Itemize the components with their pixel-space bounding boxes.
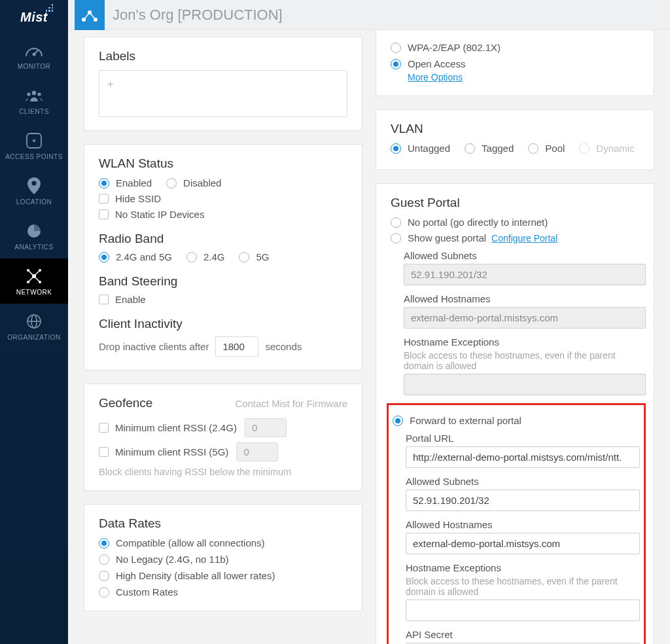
allowed-subnets-input-2[interactable] xyxy=(406,490,640,511)
nav-aps-label: ACCESS POINTS xyxy=(5,153,63,160)
nav-clients[interactable]: CLIENTS xyxy=(0,78,68,123)
nav-analytics[interactable]: ANALYTICS xyxy=(0,213,68,259)
nav-monitor-label: MONITOR xyxy=(18,63,51,70)
radio-band-24g[interactable]: 2.4G xyxy=(186,251,225,262)
radio-band-both[interactable]: 2.4G and 5G xyxy=(99,251,172,262)
nav-access-points[interactable]: ACCESS POINTS xyxy=(0,123,68,168)
allowed-hostnames-input-1 xyxy=(404,307,646,329)
panel-wlan: WLAN Status Enabled Disabled Hide SSID N… xyxy=(84,144,362,370)
client-inactivity-input[interactable] xyxy=(215,336,258,357)
allowed-hostnames-label-2: Allowed Hostnames xyxy=(406,519,640,530)
wlan-status-title: WLAN Status xyxy=(99,156,347,171)
portal-url-input[interactable] xyxy=(406,446,640,468)
nav-location-label: LOCATION xyxy=(16,198,52,206)
security-more-link[interactable]: More Options xyxy=(408,72,463,82)
gauge-icon xyxy=(24,42,44,59)
wlan-enabled-radio[interactable]: Enabled xyxy=(99,177,152,188)
allowed-subnets-input-1 xyxy=(404,264,646,285)
panel-vlan: VLAN Untagged Tagged Pool Dynamic xyxy=(376,109,654,170)
hostname-exceptions-hint-1: Block access to these hostnames, even if… xyxy=(404,350,646,371)
svg-line-23 xyxy=(84,12,90,20)
nav-monitor[interactable]: MONITOR xyxy=(0,33,68,78)
svg-point-6 xyxy=(33,139,35,142)
globe-icon xyxy=(24,313,44,330)
data-rates-custom[interactable]: Custom Rates xyxy=(99,586,347,598)
band-steering-title: Band Steering xyxy=(99,274,347,289)
hostname-exceptions-input-1 xyxy=(404,374,646,395)
guest-no-portal-radio[interactable]: No portal (go directly to internet) xyxy=(391,217,646,228)
band-steering-enable-checkbox[interactable]: Enable xyxy=(99,294,347,305)
org-icon[interactable] xyxy=(75,0,105,30)
vlan-title: VLAN xyxy=(391,122,639,136)
access-point-icon xyxy=(24,132,44,149)
rssi-24g-input xyxy=(245,418,287,437)
wlan-disabled-radio[interactable]: Disabled xyxy=(166,177,221,188)
brand-logo: Mist xyxy=(20,10,48,24)
hide-ssid-checkbox[interactable]: Hide SSID xyxy=(99,193,347,204)
vlan-untagged-radio[interactable]: Untagged xyxy=(391,143,450,154)
hostname-exceptions-hint-2: Block access to these hostnames, even if… xyxy=(406,576,640,597)
panel-data-rates: Data Rates Compatible (allow all connect… xyxy=(84,504,362,611)
pie-chart-icon xyxy=(24,223,44,240)
labels-box[interactable]: + xyxy=(99,70,347,117)
forward-external-portal-box: Forward to external portal Portal URL Al… xyxy=(387,403,646,644)
data-rates-title: Data Rates xyxy=(99,516,347,531)
topbar: Jon's Org [PRODUCTION] xyxy=(68,0,670,30)
labels-title: Labels xyxy=(99,49,347,63)
svg-point-3 xyxy=(27,92,30,96)
api-secret-label: API Secret xyxy=(406,629,640,640)
location-pin-icon xyxy=(24,177,44,194)
add-label-icon[interactable]: + xyxy=(107,79,113,90)
svg-line-13 xyxy=(28,270,34,276)
svg-line-24 xyxy=(90,12,96,20)
nav-organization-label: ORGANIZATION xyxy=(7,334,60,341)
nav-clients-label: CLIENTS xyxy=(19,108,49,115)
vlan-tagged-radio[interactable]: Tagged xyxy=(465,143,514,154)
hostname-exceptions-input-2[interactable] xyxy=(406,599,640,621)
page-title: Jon's Org [PRODUCTION] xyxy=(113,7,283,24)
security-wpa2eap-radio[interactable]: WPA-2/EAP (802.1X) xyxy=(391,42,639,53)
security-open-radio[interactable]: Open Access xyxy=(391,58,639,69)
data-rates-compatible[interactable]: Compatible (allow all connections) xyxy=(99,537,347,548)
allowed-subnets-label-2: Allowed Subnets xyxy=(406,476,640,487)
no-static-ip-checkbox[interactable]: No Static IP Devices xyxy=(99,209,347,220)
rssi-5g-input xyxy=(236,442,278,461)
svg-point-2 xyxy=(32,91,36,95)
rssi-5g-checkbox[interactable]: Minimum client RSSI (5G) xyxy=(99,446,228,457)
geofence-hint: Block clients having RSSI below the mini… xyxy=(99,467,347,477)
nav-organization[interactable]: ORGANIZATION xyxy=(0,304,68,349)
panel-labels: Labels + xyxy=(84,37,362,131)
nav-analytics-label: ANALYTICS xyxy=(14,243,53,251)
rssi-24g-checkbox[interactable]: Minimum client RSSI (2.4G) xyxy=(99,422,237,433)
svg-line-1 xyxy=(34,50,38,54)
nav-location[interactable]: LOCATION xyxy=(0,168,68,213)
brand-text: Mist xyxy=(20,10,48,24)
guest-show-portal-radio[interactable]: Show guest portal xyxy=(391,232,486,243)
panel-geofence: Geofence Contact Mist for Firmware Minim… xyxy=(84,384,362,491)
geofence-title: Geofence xyxy=(99,396,152,410)
configure-portal-link[interactable]: Configure Portal xyxy=(491,233,557,243)
svg-line-14 xyxy=(34,270,40,276)
client-inactivity-prefix: Drop inactive clients after xyxy=(99,341,209,352)
geofence-contact: Contact Mist for Firmware xyxy=(235,398,347,409)
allowed-hostnames-label-1: Allowed Hostnames xyxy=(404,293,646,304)
vlan-dynamic-radio: Dynamic xyxy=(579,143,634,154)
radio-band-5g[interactable]: 5G xyxy=(239,251,269,262)
data-rates-high-density[interactable]: High Density (disable all lower rates) xyxy=(99,570,347,581)
users-icon xyxy=(24,87,44,104)
guest-forward-external-radio[interactable]: Forward to external portal xyxy=(393,415,640,426)
svg-point-4 xyxy=(37,92,41,96)
nav-network[interactable]: NETWORK xyxy=(0,259,68,304)
vlan-pool-radio[interactable]: Pool xyxy=(528,143,565,154)
hostname-exceptions-label-1: Hostname Exceptions xyxy=(404,336,646,348)
data-rates-no-legacy[interactable]: No Legacy (2.4G, no 11b) xyxy=(99,554,347,565)
sidebar: Mist MONITOR CLIENTS ACCESS POINTS xyxy=(0,0,68,644)
network-icon xyxy=(24,268,44,285)
nav-network-label: NETWORK xyxy=(16,289,52,296)
guest-portal-title: Guest Portal xyxy=(391,196,646,210)
left-column: Labels + WLAN Status Enabled Disabled Hi… xyxy=(84,37,362,644)
svg-point-7 xyxy=(32,181,37,186)
client-inactivity-suffix: seconds xyxy=(265,341,302,352)
allowed-hostnames-input-2[interactable] xyxy=(406,533,640,554)
radio-band-title: Radio Band xyxy=(99,232,347,246)
